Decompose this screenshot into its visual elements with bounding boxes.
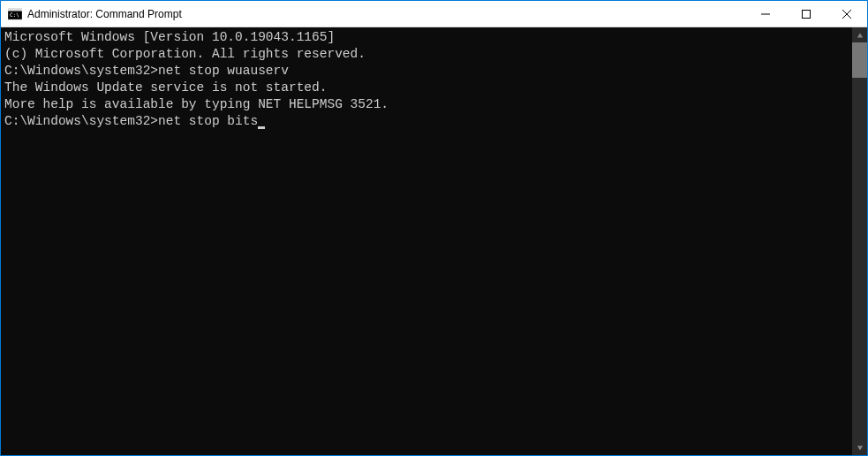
scroll-down-icon[interactable]: [852, 440, 867, 455]
scroll-up-icon[interactable]: [852, 27, 867, 42]
cmd-icon: C:\: [8, 7, 22, 21]
help-line: More help is available by typing NET HEL…: [4, 96, 849, 113]
scrollbar-thumb[interactable]: [852, 42, 867, 78]
terminal-area: Microsoft Windows [Version 10.0.19043.11…: [1, 27, 867, 455]
close-button[interactable]: [826, 1, 867, 27]
command-line-2: C:\Windows\system32>net stop bits: [4, 113, 849, 130]
vertical-scrollbar[interactable]: [852, 27, 867, 455]
command-text: net stop bits: [158, 114, 258, 128]
version-line: Microsoft Windows [Version 10.0.19043.11…: [4, 29, 849, 46]
prompt: C:\Windows\system32>: [4, 114, 158, 128]
window-title: Administrator: Command Prompt: [27, 8, 745, 20]
cursor: [258, 126, 265, 129]
svg-marker-7: [857, 33, 862, 37]
command-text: net stop wuauserv: [158, 64, 289, 78]
command-line-1: C:\Windows\system32>net stop wuauserv: [4, 63, 849, 80]
titlebar[interactable]: C:\ Administrator: Command Prompt: [1, 1, 867, 27]
terminal-output[interactable]: Microsoft Windows [Version 10.0.19043.11…: [1, 27, 852, 455]
svg-marker-8: [857, 445, 862, 450]
svg-text:C:\: C:\: [10, 11, 19, 18]
response-line: The Windows Update service is not starte…: [4, 80, 849, 96]
svg-rect-4: [803, 10, 811, 18]
copyright-line: (c) Microsoft Corporation. All rights re…: [4, 46, 849, 63]
prompt: C:\Windows\system32>: [4, 64, 158, 78]
maximize-button[interactable]: [786, 1, 826, 27]
window-controls: [745, 1, 867, 27]
minimize-button[interactable]: [745, 1, 786, 27]
